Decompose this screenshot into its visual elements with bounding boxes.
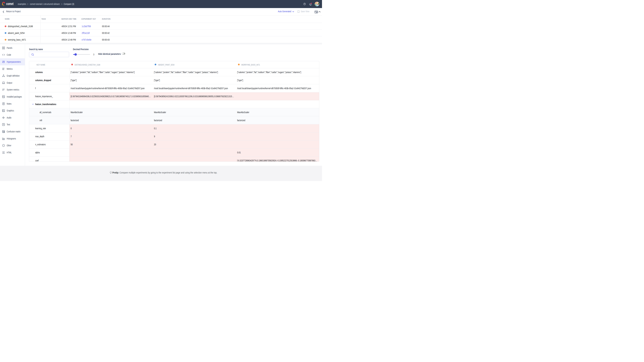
svg-text:Py: Py [3, 96, 4, 97]
svg-text:HTML: HTML [2, 152, 5, 153]
